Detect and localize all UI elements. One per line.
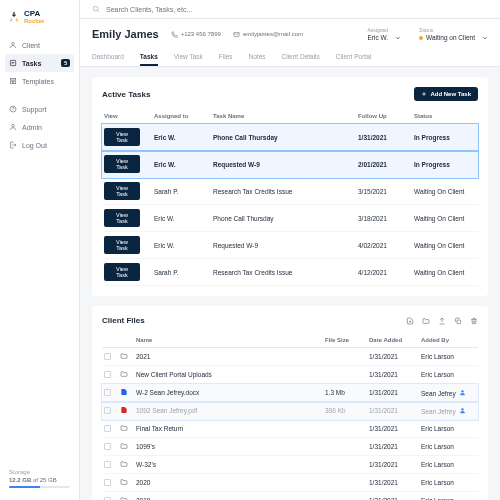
view-task-button[interactable]: View Task bbox=[104, 128, 140, 146]
file-checkbox[interactable] bbox=[104, 389, 111, 396]
sidebar-item-client[interactable]: Client bbox=[5, 36, 74, 54]
plus-icon bbox=[421, 91, 427, 97]
table-row: View Task Eric W. Phone Call Thursday 3/… bbox=[102, 205, 478, 232]
sidebar: CPARocket ClientTasks5Templates SupportA… bbox=[0, 0, 80, 500]
file-checkbox[interactable] bbox=[104, 443, 111, 450]
client-email[interactable]: emilyjames@mail.com bbox=[233, 31, 303, 38]
new-folder-icon[interactable] bbox=[422, 317, 430, 325]
file-row[interactable]: 1092 Sean Jefrey.pdf 386 Kb 1/31/2021 Se… bbox=[102, 402, 478, 420]
logo[interactable]: CPARocket bbox=[5, 8, 74, 26]
svg-point-11 bbox=[461, 390, 463, 392]
table-row: View Task Sarah P. Research Tax Credits … bbox=[102, 178, 478, 205]
svg-rect-3 bbox=[10, 78, 15, 80]
sidebar-item-support[interactable]: Support bbox=[5, 100, 74, 118]
sidebar-item-label: Templates bbox=[22, 78, 54, 85]
svg-rect-2 bbox=[10, 60, 15, 65]
logo-text: CPARocket bbox=[24, 10, 44, 24]
svg-point-7 bbox=[12, 124, 15, 127]
file-checkbox[interactable] bbox=[104, 425, 111, 432]
phone-icon bbox=[171, 31, 178, 38]
tasks-table: View Assigned to Task Name Follow Up Sta… bbox=[102, 109, 478, 286]
sidebar-item-log-out[interactable]: Log Out bbox=[5, 136, 74, 154]
folder-icon bbox=[120, 460, 132, 469]
sidebar-item-tasks[interactable]: Tasks5 bbox=[5, 54, 74, 72]
svg-rect-5 bbox=[14, 81, 16, 84]
svg-point-1 bbox=[12, 42, 15, 45]
search-bar bbox=[80, 0, 500, 19]
doc-icon bbox=[120, 388, 132, 397]
view-task-button[interactable]: View Task bbox=[104, 155, 140, 173]
client-header: Emily James +123 456 7899 emilyjames@mai… bbox=[80, 19, 500, 67]
view-task-button[interactable]: View Task bbox=[104, 236, 140, 254]
sidebar-item-label: Log Out bbox=[22, 142, 47, 149]
file-row[interactable]: W-2 Sean Jefrey.docx 1.3 Mb 1/31/2021 Se… bbox=[102, 384, 478, 402]
file-row[interactable]: New Client Portal Uploads 1/31/2021 Eric… bbox=[102, 366, 478, 384]
status-dot-icon bbox=[419, 36, 423, 40]
new-file-icon[interactable] bbox=[406, 317, 414, 325]
file-row[interactable]: 2020 1/31/2021 Eric Larson bbox=[102, 474, 478, 492]
tasks-title: Active Tasks bbox=[102, 90, 150, 99]
active-tasks-card: Active Tasks Add New Task View Assigned … bbox=[92, 77, 488, 296]
table-row: View Task Sarah P. Research Tax Credits … bbox=[102, 259, 478, 286]
status-field[interactable]: Status Waiting on Client bbox=[419, 27, 488, 41]
chevron-down-icon bbox=[482, 35, 488, 41]
assigned-field[interactable]: Assigned Eric W. bbox=[368, 27, 402, 41]
files-title: Client Files bbox=[102, 316, 145, 325]
sidebar-item-label: Client bbox=[22, 42, 40, 49]
folder-icon bbox=[120, 424, 132, 433]
trash-icon[interactable] bbox=[470, 317, 478, 325]
user-icon bbox=[459, 407, 466, 414]
view-task-button[interactable]: View Task bbox=[104, 263, 140, 281]
tab-client-details[interactable]: Client Details bbox=[282, 49, 320, 66]
sidebar-item-label: Support bbox=[22, 106, 47, 113]
sidebar-item-templates[interactable]: Templates bbox=[5, 72, 74, 90]
folder-icon bbox=[120, 442, 132, 451]
copy-icon[interactable] bbox=[454, 317, 462, 325]
file-row[interactable]: 2021 1/31/2021 Eric Larson bbox=[102, 348, 478, 366]
view-task-button[interactable]: View Task bbox=[104, 182, 140, 200]
client-phone[interactable]: +123 456 7899 bbox=[171, 31, 221, 38]
tab-notes[interactable]: Notes bbox=[249, 49, 266, 66]
table-row: View Task Eric W. Phone Call Thursday 1/… bbox=[102, 124, 478, 151]
search-input[interactable] bbox=[106, 6, 488, 13]
file-row[interactable]: W-32's 1/31/2021 Eric Larson bbox=[102, 456, 478, 474]
tab-tasks[interactable]: Tasks bbox=[140, 49, 158, 66]
storage-widget: Storage 12.2 GB of 25 GB bbox=[5, 465, 74, 492]
sidebar-item-admin[interactable]: Admin bbox=[5, 118, 74, 136]
svg-rect-4 bbox=[10, 81, 12, 84]
main: Emily James +123 456 7899 emilyjames@mai… bbox=[80, 0, 500, 500]
file-row[interactable]: 1099's 1/31/2021 Eric Larson bbox=[102, 438, 478, 456]
user-icon bbox=[459, 389, 466, 396]
tabs: DashboardTasksView TaskFilesNotesClient … bbox=[92, 49, 488, 66]
add-task-button[interactable]: Add New Task bbox=[414, 87, 478, 101]
file-checkbox[interactable] bbox=[104, 479, 111, 486]
file-checkbox[interactable] bbox=[104, 371, 111, 378]
file-row[interactable]: 2019 1/31/2021 Eric Larson bbox=[102, 492, 478, 500]
svg-rect-10 bbox=[457, 320, 461, 324]
sidebar-item-label: Admin bbox=[22, 124, 42, 131]
upload-icon[interactable] bbox=[438, 317, 446, 325]
client-name: Emily James bbox=[92, 28, 159, 40]
tab-files[interactable]: Files bbox=[219, 49, 233, 66]
folder-icon bbox=[120, 496, 132, 500]
svg-point-0 bbox=[13, 13, 15, 15]
folder-icon bbox=[120, 478, 132, 487]
tab-dashboard[interactable]: Dashboard bbox=[92, 49, 124, 66]
tab-client-portal[interactable]: Client Portal bbox=[336, 49, 371, 66]
sidebar-badge: 5 bbox=[61, 59, 70, 67]
mail-icon bbox=[233, 31, 240, 38]
file-actions bbox=[406, 317, 478, 325]
table-row: View Task Eric W. Requested W-9 4/02/202… bbox=[102, 232, 478, 259]
view-task-button[interactable]: View Task bbox=[104, 209, 140, 227]
folder-icon bbox=[120, 352, 132, 361]
file-checkbox[interactable] bbox=[104, 353, 111, 360]
file-checkbox[interactable] bbox=[104, 461, 111, 468]
file-row[interactable]: Final Tax Return 1/31/2021 Eric Larson bbox=[102, 420, 478, 438]
file-checkbox[interactable] bbox=[104, 407, 111, 414]
search-icon bbox=[92, 5, 100, 13]
svg-point-12 bbox=[461, 408, 463, 410]
svg-point-8 bbox=[93, 6, 98, 11]
folder-icon bbox=[120, 370, 132, 379]
table-row: View Task Eric W. Requested W-9 2/01/202… bbox=[102, 151, 478, 178]
tab-view-task[interactable]: View Task bbox=[174, 49, 203, 66]
